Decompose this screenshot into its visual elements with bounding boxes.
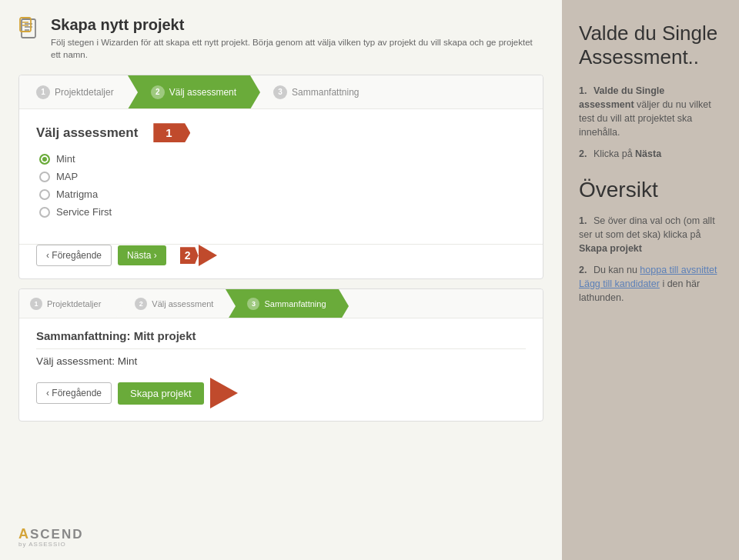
summary-step-3-label: Sammanfattning — [264, 299, 326, 308]
radio-service-first-circle — [39, 207, 50, 218]
summary-card: 1 Projektdetaljer 2 Välj assessment 3 Sa… — [18, 288, 543, 422]
summary-stepper: 1 Projektdetaljer 2 Välj assessment 3 Sa… — [19, 289, 543, 318]
nav-buttons: ‹ Föregående Nästa › 2 — [19, 245, 543, 278]
right-item-2-num: 2. — [579, 148, 587, 159]
section-title-text: Välj assessment — [36, 125, 138, 141]
summary-step-3-arrow — [339, 289, 349, 318]
logo-text: SCEND — [30, 527, 84, 542]
oversikt-item-1-text: Se över dina val och (om allt ser ut som… — [579, 215, 715, 254]
summary-nav: ‹ Föregående Skapa projekt — [36, 378, 526, 408]
logo-sub: by ASSESSIO — [18, 541, 66, 548]
radio-map-circle — [39, 172, 50, 182]
radio-mint-label: Mint — [56, 153, 75, 165]
summary-step-1: 1 Projektdetaljer — [19, 289, 113, 318]
step-2-num: 2 — [151, 85, 165, 99]
radio-map[interactable]: MAP — [39, 171, 526, 182]
summary-step-3-num: 3 — [247, 298, 259, 310]
radio-map-label: MAP — [56, 171, 78, 182]
logo-a: A — [18, 526, 28, 542]
footer: A SCEND by ASSESSIO — [18, 518, 543, 548]
radio-group: Mint MAP Matrigma Service First — [36, 153, 526, 218]
summary-step-3: 3 Sammanfattning — [226, 289, 338, 318]
radio-matrigma[interactable]: Matrigma — [39, 188, 526, 200]
summary-body: Sammanfattning: Mitt projekt Välj assess… — [19, 318, 543, 421]
card-section-title: Välj assessment 1 — [36, 123, 526, 142]
radio-matrigma-circle — [39, 189, 50, 200]
oversikt-item-1: 1. Se över dina val och (om allt ser ut … — [579, 213, 722, 255]
document-icon — [18, 17, 43, 42]
right-item-1: 1. Valde du Single assessment väljer du … — [579, 83, 722, 138]
step-1: 1 Projektdetaljer — [19, 75, 128, 108]
right-item-2-text: Klicka på Nästa — [594, 148, 661, 159]
stepper: 1 Projektdetaljer 2 Välj assessment 3 Sa… — [19, 75, 543, 109]
oversikt-item-1-num: 1. — [579, 215, 587, 226]
oversikt-item-2-text: Du kan nu hoppa till avsnittet Lägg till… — [579, 265, 717, 303]
step-3-num: 3 — [273, 85, 287, 99]
step-3-label: Sammanfattning — [292, 87, 359, 98]
step-2: 2 Välj assessment — [128, 75, 250, 108]
summary-step-2-label: Välj assessment — [152, 299, 213, 308]
left-panel: Skapa nytt projekt Följ stegen i Wizarde… — [0, 0, 562, 560]
summary-field: Välj assessment: Mint — [36, 355, 526, 367]
prev-button[interactable]: ‹ Föregående — [36, 245, 112, 266]
radio-service-first-label: Service First — [56, 206, 112, 218]
oversikt-link[interactable]: hoppa till avsnittet Lägg till kandidate… — [579, 265, 717, 289]
summary-step-2-arrow — [226, 289, 236, 318]
oversikt-title: Översikt — [579, 178, 722, 202]
page-header: Skapa nytt projekt Följ stegen i Wizarde… — [18, 15, 543, 61]
arrow-badge: 1 — [153, 123, 190, 142]
summary-create-button[interactable]: Skapa projekt — [118, 382, 204, 405]
step-3: 3 Sammanfattning — [250, 75, 373, 108]
summary-title: Sammanfattning: Mitt projekt — [36, 329, 526, 342]
summary-step-1-arrow — [113, 289, 123, 318]
step-1-label: Projektdetaljer — [55, 87, 114, 98]
nav-arrow — [199, 245, 217, 266]
right-item-1-num: 1. — [579, 85, 587, 96]
logo-main: A SCEND — [18, 526, 84, 542]
radio-mint-circle — [39, 154, 50, 165]
oversikt-item-2: 2. Du kan nu hoppa till avsnittet Lägg t… — [579, 262, 722, 304]
ascend-logo: A SCEND by ASSESSIO — [18, 526, 84, 548]
summary-step-1-num: 1 — [30, 298, 42, 310]
right-item-1-text: Valde du Single assessment väljer du nu … — [579, 85, 711, 138]
page-title: Skapa nytt projekt — [51, 15, 543, 34]
radio-service-first[interactable]: Service First — [39, 206, 526, 218]
right-item-2: 2. Klicka på Nästa — [579, 146, 722, 160]
main-card: 1 Projektdetaljer 2 Välj assessment 3 Sa… — [18, 75, 543, 279]
card-body: Välj assessment 1 Mint MAP Matrigma — [19, 109, 543, 244]
summary-step-2-num: 2 — [135, 298, 147, 310]
oversikt-item-2-num: 2. — [579, 265, 587, 275]
radio-matrigma-label: Matrigma — [56, 188, 98, 200]
summary-step-1-label: Projektdetaljer — [47, 299, 101, 308]
page-subtitle: Följ stegen i Wizarden för att skapa ett… — [51, 36, 543, 61]
summary-step-2: 2 Välj assessment — [113, 289, 226, 318]
step-1-num: 1 — [36, 85, 50, 99]
summary-divider — [36, 348, 526, 349]
summary-prev-button[interactable]: ‹ Föregående — [36, 382, 112, 404]
next-button[interactable]: Nästa › — [118, 245, 166, 265]
step-1-arrow — [128, 75, 138, 109]
summary-create-arrow — [210, 378, 238, 408]
nav-num-badge: 2 — [180, 247, 199, 264]
title-block: Skapa nytt projekt Följ stegen i Wizarde… — [51, 15, 543, 61]
step-2-arrow — [250, 75, 260, 109]
right-heading: Valde du Single Assessment.. — [579, 22, 722, 69]
right-panel: Valde du Single Assessment.. 1. Valde du… — [562, 0, 739, 560]
step-2-label: Välj assessment — [169, 87, 236, 98]
radio-mint[interactable]: Mint — [39, 153, 526, 165]
